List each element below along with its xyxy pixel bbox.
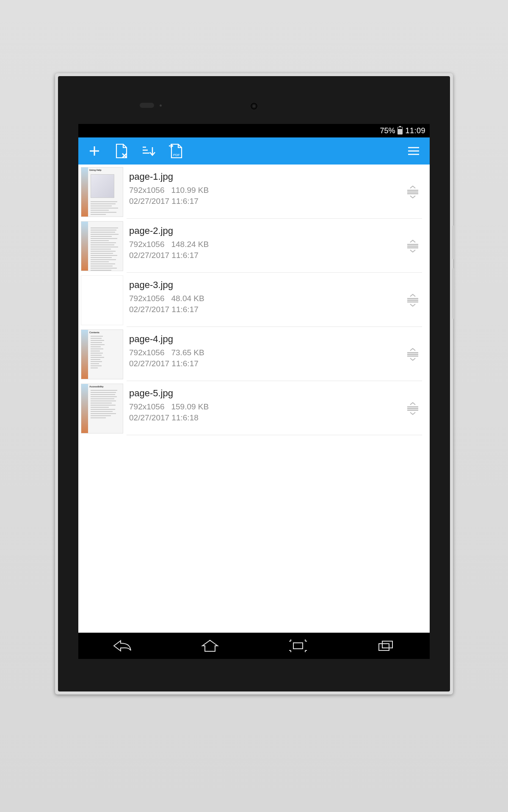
file-meta: 792x1056110.99 KB02/27/2017 11:6:17: [129, 185, 400, 206]
sensor: [160, 104, 162, 107]
battery-percent: 75%: [380, 126, 395, 135]
file-info: page-3.jpg792x105648.04 KB02/27/2017 11:…: [123, 275, 400, 315]
physical-button: [452, 225, 454, 259]
tablet-bezel: 75% 11:09: [58, 76, 450, 691]
plus-icon: [88, 145, 101, 157]
add-button[interactable]: [81, 137, 108, 165]
drag-handle-icon: [406, 294, 420, 307]
file-dimensions: 792x1056: [129, 239, 164, 250]
file-dimensions: 792x1056: [129, 185, 164, 196]
drag-handle-icon: [406, 348, 420, 361]
divider: [127, 435, 422, 435]
thumbnail[interactable]: Contents: [81, 329, 123, 379]
file-date: 02/27/2017 11:6:17: [129, 305, 199, 314]
hamburger-icon: [407, 146, 420, 156]
file-info: page-1.jpg792x1056110.99 KB02/27/2017 11…: [123, 167, 400, 206]
file-dimensions: 792x1056: [129, 347, 164, 358]
pdf-icon: PDF: [169, 143, 182, 159]
list-item[interactable]: page-2.jpg792x1056148.24 KB02/27/2017 11…: [78, 219, 430, 273]
delete-page-button[interactable]: [108, 137, 135, 165]
navigation-bar: [78, 633, 430, 659]
file-dimensions: 792x1056: [129, 293, 164, 304]
file-meta: 792x105648.04 KB02/27/2017 11:6:17: [129, 293, 400, 315]
back-icon: [113, 639, 132, 652]
export-pdf-button[interactable]: PDF: [162, 137, 189, 165]
file-date: 02/27/2017 11:6:17: [129, 251, 199, 260]
file-meta: 792x1056148.24 KB02/27/2017 11:6:17: [129, 239, 400, 261]
list-item[interactable]: Contentspage-4.jpg792x105673.65 KB02/27/…: [78, 327, 430, 381]
thumbnail[interactable]: [81, 275, 123, 325]
thumbnail[interactable]: Accessibility: [81, 384, 123, 433]
sort-icon: [141, 145, 156, 157]
sensor: [140, 103, 154, 108]
file-date: 02/27/2017 11:6:17: [129, 197, 199, 206]
tablet-frame: 75% 11:09: [55, 73, 453, 694]
file-name: page-3.jpg: [129, 280, 400, 291]
file-name: page-5.jpg: [129, 388, 400, 399]
drag-handle[interactable]: [400, 186, 425, 198]
file-meta: 792x105673.65 KB02/27/2017 11:6:17: [129, 347, 400, 369]
drag-handle[interactable]: [400, 294, 425, 307]
drag-handle-icon: [406, 402, 420, 415]
file-size: 48.04 KB: [171, 294, 204, 303]
recent-icon: [377, 639, 394, 652]
file-size: 110.99 KB: [171, 186, 209, 195]
file-info: page-5.jpg792x1056159.09 KB02/27/2017 11…: [123, 384, 400, 423]
list-item[interactable]: Using Helppage-1.jpg792x1056110.99 KB02/…: [78, 165, 430, 219]
back-button[interactable]: [109, 636, 136, 655]
drag-handle[interactable]: [400, 402, 425, 415]
svg-rect-30: [382, 641, 392, 648]
file-info: page-4.jpg792x105673.65 KB02/27/2017 11:…: [123, 329, 400, 369]
frame-icon: [289, 639, 307, 652]
file-name: page-1.jpg: [129, 171, 400, 182]
screenshot-button[interactable]: [284, 636, 312, 655]
svg-rect-28: [293, 643, 303, 649]
clock: 11:09: [405, 126, 425, 135]
status-bar: 75% 11:09: [78, 124, 430, 137]
thumbnail[interactable]: [81, 221, 123, 271]
drag-handle-icon: [406, 186, 420, 198]
file-info: page-2.jpg792x1056148.24 KB02/27/2017 11…: [123, 221, 400, 261]
file-list: Using Helppage-1.jpg792x1056110.99 KB02/…: [78, 165, 430, 659]
home-icon: [201, 639, 219, 652]
page-delete-icon: [115, 143, 128, 159]
file-name: page-4.jpg: [129, 334, 400, 345]
drag-handle-icon: [406, 240, 420, 252]
recent-apps-button[interactable]: [372, 636, 399, 655]
app-toolbar: PDF: [78, 137, 430, 165]
svg-text:PDF: PDF: [173, 153, 180, 157]
file-size: 159.09 KB: [171, 402, 209, 411]
list-item[interactable]: page-3.jpg792x105648.04 KB02/27/2017 11:…: [78, 273, 430, 327]
drag-handle[interactable]: [400, 348, 425, 361]
file-dimensions: 792x1056: [129, 401, 164, 412]
physical-button: [452, 268, 454, 319]
file-name: page-2.jpg: [129, 225, 400, 236]
front-camera: [250, 102, 258, 110]
home-button[interactable]: [196, 636, 224, 655]
drag-handle[interactable]: [400, 240, 425, 252]
screen: 75% 11:09: [78, 124, 430, 659]
sort-button[interactable]: [135, 137, 162, 165]
thumbnail[interactable]: Using Help: [81, 167, 123, 217]
file-meta: 792x1056159.09 KB02/27/2017 11:6:18: [129, 401, 400, 423]
file-size: 73.65 KB: [171, 348, 204, 357]
file-date: 02/27/2017 11:6:17: [129, 359, 199, 368]
file-date: 02/27/2017 11:6:18: [129, 413, 199, 422]
menu-button[interactable]: [400, 137, 427, 165]
list-item[interactable]: Accessibilitypage-5.jpg792x1056159.09 KB…: [78, 381, 430, 435]
battery-icon: [398, 127, 403, 134]
svg-rect-29: [379, 644, 389, 650]
file-size: 148.24 KB: [171, 240, 209, 249]
